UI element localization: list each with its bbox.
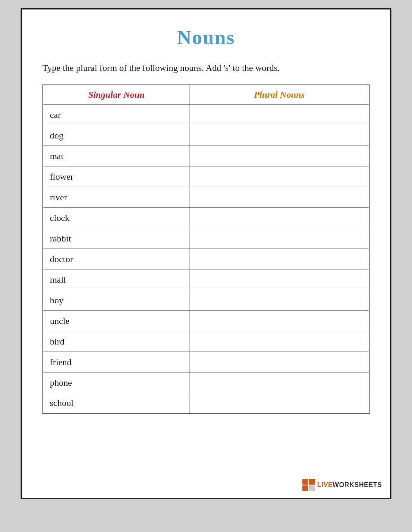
plural-input[interactable] xyxy=(197,110,362,120)
header-plural: Plural Nouns xyxy=(190,85,369,105)
header-singular: Singular Noun xyxy=(43,85,190,105)
plural-input[interactable] xyxy=(197,171,362,182)
plural-cell[interactable] xyxy=(190,352,369,373)
plural-input[interactable] xyxy=(197,254,362,265)
worksheet-page: Nouns Type the plural form of the follow… xyxy=(21,8,391,499)
plural-cell[interactable] xyxy=(190,331,369,352)
singular-cell: clock xyxy=(43,208,190,228)
table-row: school xyxy=(43,393,369,414)
plural-cell[interactable] xyxy=(190,208,369,228)
table-header-row: Singular Noun Plural Nouns xyxy=(43,85,369,105)
plural-cell[interactable] xyxy=(190,146,369,166)
table-row: doctor xyxy=(43,249,369,270)
table-row: uncle xyxy=(43,311,369,331)
table-row: phone xyxy=(43,373,369,393)
plural-cell[interactable] xyxy=(190,373,369,393)
table-row: clock xyxy=(43,208,369,228)
table-row: car xyxy=(43,105,369,125)
table-row: friend xyxy=(43,352,369,373)
svg-rect-3 xyxy=(309,485,315,491)
plural-input[interactable] xyxy=(197,295,362,306)
singular-cell: friend xyxy=(43,352,190,373)
singular-cell: boy xyxy=(43,290,190,311)
table-row: boy xyxy=(43,290,369,311)
plural-input[interactable] xyxy=(197,398,362,408)
plural-input[interactable] xyxy=(197,192,362,203)
plural-cell[interactable] xyxy=(190,105,369,125)
table-row: mat xyxy=(43,146,369,166)
svg-rect-0 xyxy=(302,479,308,485)
singular-cell: river xyxy=(43,187,190,208)
plural-input[interactable] xyxy=(197,151,362,162)
svg-rect-2 xyxy=(302,485,308,491)
plural-cell[interactable] xyxy=(190,187,369,208)
plural-cell[interactable] xyxy=(190,311,369,331)
svg-rect-1 xyxy=(309,479,315,485)
lw-highlight: LIVE xyxy=(317,481,333,488)
singular-cell: dog xyxy=(43,125,190,146)
liveworksheets-badge: LIVEWORKSHEETS xyxy=(302,479,382,491)
singular-cell: mat xyxy=(43,146,190,166)
table-row: mall xyxy=(43,270,369,290)
singular-cell: uncle xyxy=(43,311,190,331)
table-row: flower xyxy=(43,166,369,187)
plural-input[interactable] xyxy=(197,377,362,388)
plural-input[interactable] xyxy=(197,233,362,244)
table-row: rabbit xyxy=(43,228,369,249)
liveworksheets-logo-icon xyxy=(302,479,315,491)
page-title: Nouns xyxy=(42,26,370,49)
plural-input[interactable] xyxy=(197,316,362,326)
singular-cell: doctor xyxy=(43,249,190,270)
plural-cell[interactable] xyxy=(190,249,369,270)
singular-cell: flower xyxy=(43,166,190,187)
plural-input[interactable] xyxy=(197,357,362,368)
table-row: dog xyxy=(43,125,369,146)
singular-cell: rabbit xyxy=(43,228,190,249)
singular-cell: phone xyxy=(43,373,190,393)
table-row: bird xyxy=(43,331,369,352)
plural-input[interactable] xyxy=(197,213,362,223)
liveworksheets-text: LIVEWORKSHEETS xyxy=(317,481,382,489)
plural-cell[interactable] xyxy=(190,166,369,187)
plural-input[interactable] xyxy=(197,274,362,285)
plural-cell[interactable] xyxy=(190,290,369,311)
table-row: river xyxy=(43,187,369,208)
plural-input[interactable] xyxy=(197,336,362,347)
plural-cell[interactable] xyxy=(190,125,369,146)
plural-input[interactable] xyxy=(197,130,362,141)
plural-cell[interactable] xyxy=(190,393,369,414)
singular-cell: school xyxy=(43,393,190,414)
singular-cell: car xyxy=(43,105,190,125)
noun-table: Singular Noun Plural Nouns cardogmatflow… xyxy=(42,84,370,414)
instructions-text: Type the plural form of the following no… xyxy=(42,61,370,75)
plural-cell[interactable] xyxy=(190,270,369,290)
plural-cell[interactable] xyxy=(190,228,369,249)
singular-cell: mall xyxy=(43,270,190,290)
singular-cell: bird xyxy=(43,331,190,352)
